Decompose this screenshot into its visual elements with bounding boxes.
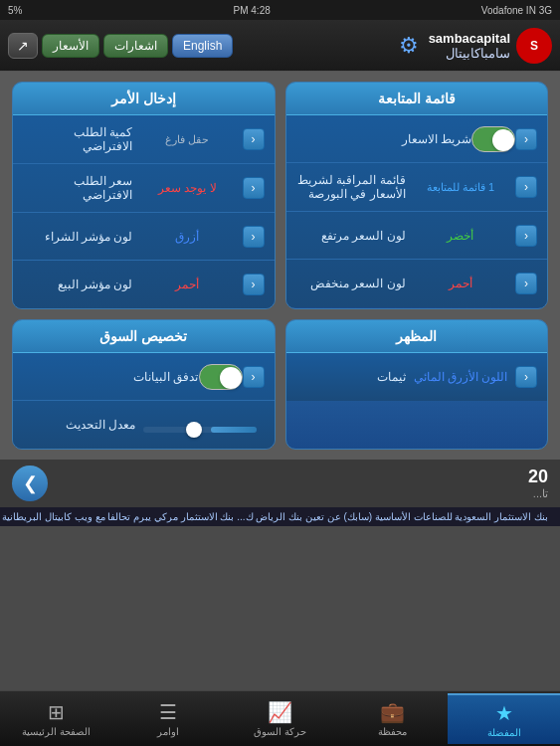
watchlist-value-1: 1 قائمة للمتابعة [406,181,515,194]
market-row-0: ‹ تدفق البيانات [13,353,275,401]
watchlist-nav-0[interactable]: ‹ [515,128,537,150]
market-nav-0[interactable]: ‹ [243,366,265,388]
slider-thumb[interactable] [186,422,202,438]
order-nav-3[interactable]: ‹ [243,274,265,295]
market-body: ‹ تدفق البيانات [13,353,275,449]
svg-text:S: S [530,39,538,53]
order-value-1: لا يوجد سعر [132,181,242,195]
bottom-number-area: 20 تا... [528,466,548,500]
market-label-1: معدل التحديث [23,418,135,432]
market-row-1: معدل التحديث [13,401,275,449]
alerts-button[interactable]: اشعارات [103,34,168,58]
toggle-knob [492,129,514,151]
order-label-0: كمية الطلب الافتراضي [23,125,132,153]
appearance-value-0: اللون الأزرق المائي [406,370,515,384]
nav-label-home: الصفحة الرئيسية [22,726,91,737]
home-icon: ⊞ [48,700,65,724]
order-value-2: أزرق [132,230,242,244]
order-row-0: ‹ حقل فارغ كمية الطلب الافتراضي [13,115,275,164]
appearance-row-0: ‹ اللون الأزرق المائي ثيمات [286,353,548,401]
cards-grid-2: المظهر ‹ اللون الأزرق المائي ثيمات تخصيص… [12,319,548,450]
watchlist-row-3: ‹ أحمر لون السعر منخفض [286,260,548,307]
appearance-card: المظهر ‹ اللون الأزرق المائي ثيمات [285,319,549,450]
watchlist-label-3: لون السعر منخفض [296,277,406,290]
appearance-header: المظهر [286,320,548,353]
main-wrapper: Vodafone IN 3G 4:28 PM 5% S sambacapital… [0,0,560,746]
share-button[interactable]: ↗ [8,33,38,59]
order-nav-1[interactable]: ‹ [243,177,265,199]
watchlist-body: ‹ شريط الاسعار ‹ 1 قائمة للمتابعة قائمة … [286,115,548,307]
nav-item-favorites[interactable]: ★ المفضلة [448,693,560,744]
slider-track [143,427,256,433]
content-area: قائمة المتابعة ‹ شريط الاسعار ‹ 1 قائمة … [0,72,560,460]
section-gap [12,309,548,319]
english-button[interactable]: English [172,34,233,58]
order-row-2: ‹ أزرق لون مؤشر الشراء [13,213,275,261]
orders-icon: ☰ [159,700,177,724]
watchlist-nav-1[interactable]: ‹ [515,176,537,198]
update-rate-slider[interactable] [135,417,264,433]
order-entry-card: إدخال الأمر ‹ حقل فارغ كمية الطلب الافتر… [12,82,276,309]
header: S sambacapital سامباكابيتال ⚙ English اش… [0,20,560,72]
nav-item-orders[interactable]: ☰ اوامر [112,694,225,743]
favorites-icon: ★ [495,701,513,725]
header-brand: S sambacapital سامباكابيتال ⚙ [399,28,552,64]
ticker-toggle[interactable] [471,126,515,152]
bottom-nav: ★ المفضلة 💼 محفظة 📈 حركة السوق ☰ اوامر ⊞… [0,690,560,746]
order-label-3: لون مؤشر البيع [23,278,132,291]
logo-icon: S [516,28,552,64]
battery-text: 5% [8,5,22,16]
bottom-number: 20 [528,466,548,487]
order-row-3: ‹ أحمر لون مؤشر البيع [13,261,275,308]
order-entry-body: ‹ حقل فارغ كمية الطلب الافتراضي ‹ لا يوج… [13,115,275,308]
market-label-0: تدفق البيانات [23,370,199,384]
watchlist-card: قائمة المتابعة ‹ شريط الاسعار ‹ 1 قائمة … [285,82,549,309]
portfolio-icon: 💼 [380,700,405,724]
nav-label-market: حركة السوق [254,726,306,737]
ticker-text: بنك الاستثمار السعودية للصناعات الأساسية… [2,511,548,522]
bottom-section: 20 تا... ❯ [0,460,560,507]
watchlist-label-1: قائمة المراقبة لشريط الأسعار في البورصة [296,173,406,201]
order-nav-0[interactable]: ‹ [243,128,265,150]
cards-grid: قائمة المتابعة ‹ شريط الاسعار ‹ 1 قائمة … [12,82,548,309]
watchlist-row-2: ‹ أخضر لون السعر مرتفع [286,212,548,260]
nav-label-orders: اوامر [157,726,179,737]
nav-label-portfolio: محفظة [378,726,407,737]
watchlist-nav-2[interactable]: ‹ [515,225,537,247]
toggle-knob-2 [220,367,242,389]
watchlist-row-1: ‹ 1 قائمة للمتابعة قائمة المراقبة لشريط … [286,163,548,212]
watchlist-nav-3[interactable]: ‹ [515,273,537,294]
status-bar: Vodafone IN 3G 4:28 PM 5% [0,0,560,20]
ticker-bar: بنك الاستثمار السعودية للصناعات الأساسية… [0,507,560,526]
order-row-1: ‹ لا يوجد سعر سعر الطلب الافتراضي [13,164,275,213]
nav-item-home[interactable]: ⊞ الصفحة الرئيسية [0,694,112,743]
market-header: تخصيص السوق [13,320,275,353]
prices-button[interactable]: الأسعار [42,34,99,58]
settings-icon: ⚙ [399,33,419,59]
bottom-subtext: تا... [528,487,548,500]
order-label-1: سعر الطلب الافتراضي [23,174,132,202]
order-label-2: لون مؤشر الشراء [23,230,132,244]
nav-item-portfolio[interactable]: 💼 محفظة [336,694,449,743]
header-title: sambacapital سامباكابيتال [429,31,510,61]
order-entry-header: إدخال الأمر [13,83,275,115]
nav-item-market[interactable]: 📈 حركة السوق [224,694,336,743]
watchlist-header: قائمة المتابعة [286,83,548,115]
nav-label-favorites: المفضلة [487,727,521,738]
market-icon: 📈 [268,700,292,724]
order-value-0: حقل فارغ [132,133,242,146]
order-nav-2[interactable]: ‹ [243,226,265,248]
appearance-label-0: ثيمات [296,370,406,384]
watchlist-value-2: أخضر [406,229,515,243]
watchlist-label-0: شريط الاسعار [296,132,472,146]
watchlist-label-2: لون السعر مرتفع [296,229,406,243]
header-actions: English اشعارات الأسعار ↗ [8,33,233,59]
bottom-arrow-button[interactable]: ❯ [12,466,48,501]
appearance-nav-0[interactable]: ‹ [515,366,537,388]
watchlist-row-0: ‹ شريط الاسعار [286,115,548,163]
slider-fill [211,427,256,433]
time-text: 4:28 PM [234,5,271,16]
carrier-text: Vodafone IN 3G [481,5,552,16]
datastream-toggle[interactable] [199,364,243,390]
watchlist-value-3: أحمر [406,277,515,290]
